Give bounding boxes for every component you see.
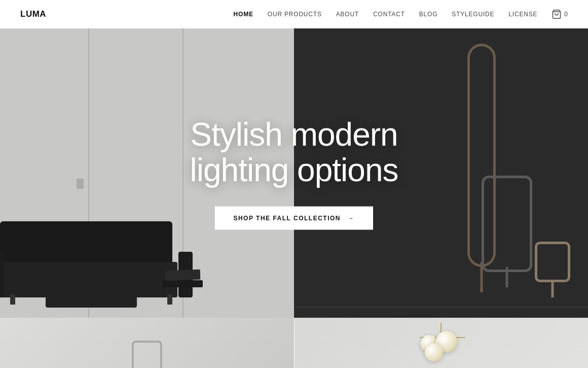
small-lamp-decoration: [532, 242, 573, 297]
nav-license[interactable]: LICENSE: [508, 11, 537, 18]
product-card-corner-lamp[interactable]: [0, 318, 294, 368]
site-header: LUMA HOME OUR PRODUCTS ABOUT CONTACT BLO…: [0, 0, 588, 28]
hero-cta-arrow: →: [348, 214, 355, 221]
main-nav: HOME OUR PRODUCTS ABOUT CONTACT BLOG STY…: [234, 9, 568, 19]
hero-headline: Stylish modern lighting options: [117, 117, 471, 188]
site-logo[interactable]: LUMA: [20, 9, 46, 19]
ceiling-lamp-illustration: [411, 323, 471, 368]
nav-styleguide[interactable]: STYLEGUIDE: [452, 11, 494, 18]
nav-products[interactable]: OUR PRODUCTS: [268, 11, 322, 18]
nav-blog[interactable]: BLOG: [419, 11, 438, 18]
hero-content: Stylish modern lighting options SHOP THE…: [117, 117, 471, 230]
corner-lamp-illustration: [127, 330, 167, 368]
mid-lamp-decoration: [476, 176, 537, 287]
product-card-ceiling-lamp[interactable]: [295, 318, 589, 368]
products-preview-section: [0, 318, 588, 368]
hero-section: Stylish modern lighting options SHOP THE…: [0, 28, 588, 318]
nav-home[interactable]: HOME: [234, 11, 253, 18]
cart-icon: [552, 9, 562, 19]
hero-cta-button[interactable]: SHOP THE FALL COLLECTION →: [215, 206, 373, 229]
nav-contact[interactable]: CONTACT: [373, 11, 405, 18]
nav-about[interactable]: ABOUT: [336, 11, 359, 18]
cart-count: 0: [564, 11, 568, 18]
cart-button[interactable]: 0: [552, 9, 568, 19]
hero-cta-label: SHOP THE FALL COLLECTION: [233, 214, 341, 221]
